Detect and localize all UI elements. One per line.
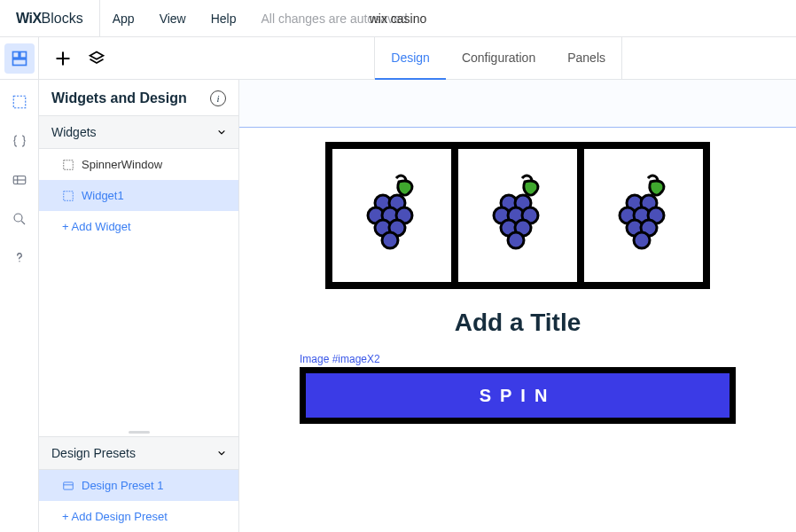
preset-item-1[interactable]: Design Preset 1 [39,470,238,501]
svg-rect-2 [12,59,26,65]
panel-icon [11,50,28,67]
selection-label: Image #imageX2 [300,353,380,365]
svg-line-8 [21,221,25,224]
canvas-header-strip [239,80,796,128]
svg-point-28 [508,232,524,248]
presets-section-header[interactable]: Design Presets [39,437,238,470]
widget-title[interactable]: Add a Title [455,309,581,337]
add-preset-link[interactable]: + Add Design Preset [39,501,238,532]
slot-cell-3 [584,149,703,282]
svg-rect-10 [64,191,74,200]
svg-point-36 [634,232,650,248]
info-button[interactable]: i [210,90,226,106]
database-icon [12,172,27,188]
panel-toggle-button[interactable] [4,43,35,74]
panel-header: Widgets and Design i [39,80,238,116]
widget-icon [12,94,27,110]
menu-view[interactable]: View [147,12,199,26]
grape-icon [608,171,679,260]
search-icon [12,211,27,227]
layers-button[interactable] [82,43,112,74]
slot-cell-2 [458,149,584,282]
panel-title: Widgets and Design [51,90,187,106]
question-icon [12,250,27,266]
svg-rect-0 [12,51,19,58]
slot-frame[interactable] [325,142,710,289]
widget-item-spinnerwindow[interactable]: SpinnerWindow [39,149,238,180]
tab-panels[interactable]: Panels [551,37,621,80]
logo-light: Blocks [42,11,83,27]
plus-icon [54,50,72,67]
left-rail [0,80,39,532]
project-name: wix casino [370,0,427,37]
side-panel: Widgets and Design i Widgets SpinnerWind… [39,80,239,532]
add-button[interactable] [48,43,78,74]
svg-rect-3 [13,96,26,108]
braces-icon [12,133,27,149]
svg-rect-1 [20,51,26,58]
grape-icon [356,171,427,260]
rail-database[interactable] [10,170,29,190]
widgets-section-header[interactable]: Widgets [39,116,238,149]
rail-help[interactable] [10,248,29,268]
stage: Add a Title Image #imageX2 SPIN [239,128,796,424]
design-presets-section: Design Presets Design Preset 1 + Add Des… [39,436,238,532]
preset-icon [62,480,74,492]
top-menubar: WiXBlocks App View Help All changes are … [0,0,796,37]
widgets-section-label: Widgets [51,125,97,139]
preset-item-label: Design Preset 1 [82,479,164,492]
toolbar-left [0,37,39,80]
tab-configuration[interactable]: Configuration [446,37,551,80]
logo-bold: WiX [16,11,42,27]
logo: WiXBlocks [0,0,100,37]
canvas[interactable]: Add a Title Image #imageX2 SPIN [239,80,796,532]
widget-item-widget1[interactable]: Widget1 [39,180,238,211]
svg-point-7 [14,214,22,222]
svg-rect-9 [64,160,74,169]
widgets-list: SpinnerWindow Widget1 + Add Widget [39,149,238,242]
rail-code[interactable] [10,131,29,151]
widget-outline-icon [62,159,74,171]
widget-outline-icon [62,190,74,202]
menu-help[interactable]: Help [199,12,249,26]
chevron-down-icon [217,128,226,137]
widget-item-label: SpinnerWindow [82,158,162,171]
add-widget-link[interactable]: + Add Widget [39,211,238,242]
panel-resize-handle[interactable] [39,427,238,436]
presets-section-label: Design Presets [51,446,136,460]
rail-search[interactable] [10,209,29,229]
main: Widgets and Design i Widgets SpinnerWind… [0,80,796,532]
presets-list: Design Preset 1 + Add Design Preset [39,470,238,532]
layers-icon [88,50,105,67]
spin-button[interactable]: SPIN [306,373,730,418]
svg-point-20 [382,232,398,248]
widget-item-label: Widget1 [82,189,124,202]
toolbar-icons [41,37,112,80]
rail-widgets[interactable] [10,92,29,112]
grape-icon [482,171,553,260]
view-tabs: Design Configuration Panels [374,37,622,80]
spin-button-wrap: SPIN [300,367,736,424]
chevron-down-icon [217,449,226,458]
toolbar: Design Configuration Panels [0,37,796,80]
tab-design[interactable]: Design [375,37,446,80]
menu-app[interactable]: App [100,12,147,26]
slot-cell-1 [332,149,458,282]
svg-rect-11 [64,481,74,489]
